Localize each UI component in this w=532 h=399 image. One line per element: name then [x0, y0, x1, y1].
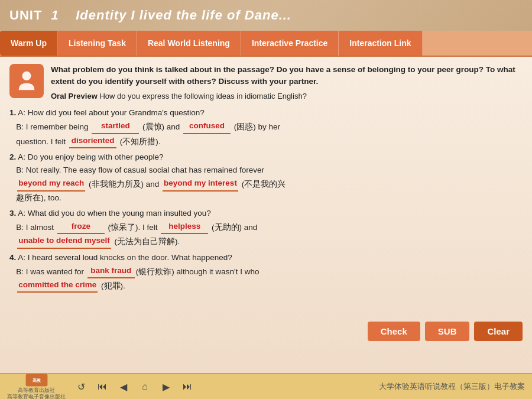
question-1: 1. A: How did you feel about your Grandm…	[9, 106, 523, 148]
tab-warm-up[interactable]: Warm Up	[0, 31, 58, 56]
blank-beyond-interest[interactable]: beyond my interest	[163, 177, 238, 191]
instruction-box: What problem do you think is talked abou…	[9, 64, 523, 102]
forward-button[interactable]: ▶	[158, 378, 174, 395]
skip-back-button[interactable]: ⏮	[94, 378, 111, 395]
unit-title-text: Identity I lived the life of Dane...	[76, 8, 291, 22]
oral-preview-label: Oral Preview	[51, 92, 98, 100]
svg-text:高教: 高教	[33, 378, 41, 383]
blank-beyond-reach[interactable]: beyond my reach	[17, 177, 85, 191]
instruction-bold: What problem do you think is talked abou…	[51, 65, 515, 86]
media-controls: ↺ ⏮ ◀ ⌂ ▶ ⏭	[73, 378, 196, 395]
instruction-text: What problem do you think is talked abou…	[51, 64, 523, 102]
publisher-logo: 高教 高等教育出版社 高等教育电子音像出版社	[7, 373, 66, 399]
logo-graphic-icon: 高教	[25, 373, 48, 387]
publisher-name-1: 高等教育出版社	[7, 387, 66, 394]
blank-helpless[interactable]: helpless	[161, 220, 208, 234]
question-2: 2. A: Do you enjoy being with other peop…	[9, 151, 523, 205]
q2-num: 2.	[9, 153, 16, 161]
skip-forward-button[interactable]: ⏭	[179, 378, 196, 395]
blank-disoriented[interactable]: disoriented	[69, 134, 116, 148]
repeat-button[interactable]: ↺	[73, 378, 89, 395]
blank-unable[interactable]: unable to defend myself	[17, 234, 111, 248]
navigation-tabs: Warm Up Listening Task Real World Listen…	[0, 31, 532, 57]
bottom-bar: 高教 高等教育出版社 高等教育电子音像出版社 ↺ ⏮ ◀ ⌂ ▶ ⏭ 大学体验英…	[0, 373, 532, 399]
unit-title: UNIT 1 Identity I lived the life of Dane…	[9, 8, 291, 23]
unit-number: 1	[51, 8, 59, 22]
question-3: 3. A: What did you do when the young man…	[9, 207, 523, 249]
tab-listening-task[interactable]: Listening Task	[58, 31, 137, 56]
main-content: What problem do you think is talked abou…	[0, 57, 532, 373]
questions-section: 1. A: How did you feel about your Grandm…	[9, 106, 523, 293]
page-header: UNIT 1 Identity I lived the life of Dane…	[0, 0, 532, 31]
tab-interaction-link[interactable]: Interaction Link	[339, 31, 422, 56]
sub-button[interactable]: SUB	[425, 322, 470, 341]
tab-interactive-practice[interactable]: Interactive Practice	[241, 31, 339, 56]
blank-froze[interactable]: froze	[57, 220, 105, 234]
bottom-left: 高教 高等教育出版社 高等教育电子音像出版社 ↺ ⏮ ◀ ⌂ ▶ ⏭	[7, 373, 196, 399]
book-title: 大学体验英语听说教程（第三版）电子教案	[379, 381, 525, 392]
clear-button[interactable]: Clear	[474, 322, 523, 341]
unit-label: UNIT	[9, 8, 42, 22]
rewind-button[interactable]: ◀	[115, 378, 132, 395]
blank-startled[interactable]: startled	[92, 119, 139, 134]
oral-preview-text: How do you express the following ideas i…	[98, 92, 307, 100]
q3-num: 3.	[9, 209, 16, 218]
q1-num: 1.	[9, 108, 16, 117]
home-button[interactable]: ⌂	[137, 378, 153, 395]
q4-num: 4.	[9, 253, 16, 262]
speaker-icon	[9, 64, 44, 98]
action-buttons: Check SUB Clear	[368, 322, 523, 341]
blank-committed-crime[interactable]: committed the crime	[17, 278, 98, 293]
check-button[interactable]: Check	[368, 322, 420, 341]
blank-bank-fraud[interactable]: bank fraud	[87, 264, 135, 278]
question-4: 4. A: I heard several loud knocks on the…	[9, 251, 523, 293]
oral-preview: Oral Preview How do you express the foll…	[51, 90, 523, 102]
tab-real-world-listening[interactable]: Real World Listening	[137, 31, 241, 56]
svg-point-0	[22, 72, 31, 80]
publisher-name-2: 高等教育电子音像出版社	[7, 394, 66, 399]
blank-confused[interactable]: confused	[183, 119, 231, 134]
